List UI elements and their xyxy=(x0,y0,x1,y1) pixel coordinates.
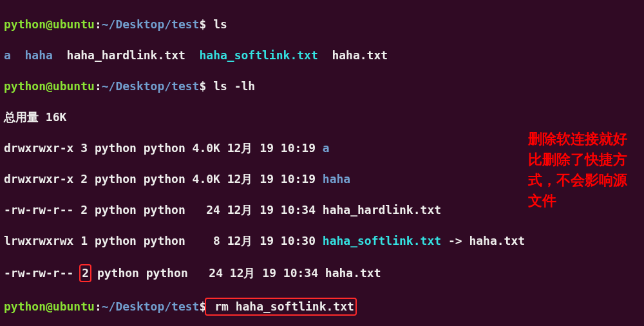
line-prompt-lslh1: python@ubuntu:~/Desktop/test$ ls -lh xyxy=(4,79,640,94)
prompt-path: ~/Desktop/test xyxy=(102,17,200,31)
prompt-user: python@ubuntu xyxy=(4,17,95,31)
line-ll1-r4: lrwxrwxrwx 1 python python 8 12月 19 10:3… xyxy=(4,233,640,249)
file-softlink: haha_softlink.txt xyxy=(200,48,318,62)
file-haha-txt: haha.txt xyxy=(332,48,388,62)
annotation-comment: 删除软连接就好比删除了快捷方式，不会影响源文件 xyxy=(528,129,631,211)
line-total1: 总用量 16K xyxy=(4,110,640,125)
cmd-ls: ls xyxy=(206,17,227,31)
line-ls-output: a haha haha_hardlink.txt haha_softlink.t… xyxy=(4,48,640,63)
file-hardlink: haha_hardlink.txt xyxy=(67,48,185,62)
dir-a: a xyxy=(4,48,11,62)
line-prompt-ls: python@ubuntu:~/Desktop/test$ ls xyxy=(4,17,640,32)
dir-haha: haha xyxy=(25,48,53,62)
line-ll1-r5: -rw-rw-r-- 2 python python 24 12月 19 10:… xyxy=(4,264,640,282)
line-prompt-rm: python@ubuntu:~/Desktop/test$ rm haha_so… xyxy=(4,298,640,316)
cmd-ls-lh: ls -lh xyxy=(206,79,255,93)
cmd-rm-softlink: rm haha_softlink.txt xyxy=(205,298,357,316)
